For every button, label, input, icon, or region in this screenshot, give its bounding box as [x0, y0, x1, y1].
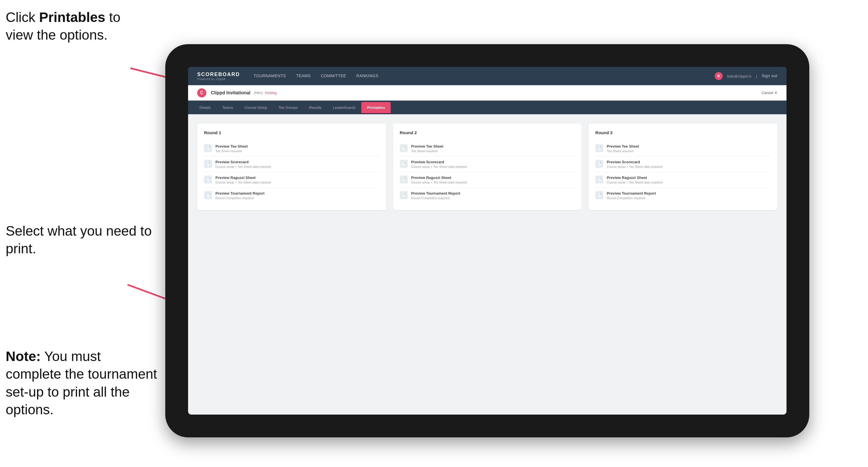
- scorecard-icon: 📄: [204, 160, 212, 168]
- tab-results[interactable]: Results: [304, 102, 327, 113]
- instruction-top-bold: Printables: [39, 10, 105, 25]
- tee-sheet-r3-label: Preview Tee Sheet: [607, 144, 639, 149]
- tournament-report-r2-sub: Round Completion required: [411, 196, 460, 200]
- tee-sheet-r2-sub: Tee Sheet required: [411, 149, 443, 153]
- raguzzi-label: Preview Raguzzi Sheet: [215, 176, 271, 180]
- tee-sheet-r2-label: Preview Tee Sheet: [411, 144, 443, 149]
- tournament-report-icon: 📄: [204, 191, 212, 199]
- tournament-report-r2-icon: 📄: [400, 191, 408, 199]
- instruction-bottom-bold: Note:: [6, 349, 41, 364]
- nav-separator: |: [756, 74, 757, 79]
- raguzzi-r2-icon: 📄: [400, 176, 408, 184]
- tee-sheet-label: Preview Tee Sheet: [215, 144, 248, 149]
- sub-header-logo: C: [197, 88, 206, 97]
- round-2-raguzzi[interactable]: 📄 Preview Raguzzi Sheet Course setup + T…: [400, 172, 575, 188]
- tournament-status: Hosting: [265, 91, 277, 95]
- instruction-bottom: Note: You must complete the tournament s…: [6, 348, 160, 419]
- tee-sheet-r3-sub: Tee Sheet required: [607, 149, 639, 153]
- tablet-screen: SCOREBOARD Powered by clippd TOURNAMENTS…: [188, 67, 786, 414]
- round-1-scorecard[interactable]: 📄 Preview Scorecard Course setup + Tee S…: [204, 156, 379, 172]
- tabs-bar: Details Teams Course Setup Tee Groups Re…: [188, 101, 786, 114]
- tab-teams[interactable]: Teams: [217, 102, 239, 113]
- tee-sheet-icon: 📄: [204, 144, 212, 152]
- nav-link-teams[interactable]: TEAMS: [296, 73, 311, 79]
- scorecard-r2-sub: Course setup + Tee Sheet data required: [411, 165, 467, 168]
- tournament-report-r3-label: Preview Tournament Report: [607, 191, 656, 195]
- round-2-section: Round 2 📄 Preview Tee Sheet Tee Sheet re…: [393, 123, 582, 210]
- raguzzi-r2-sub: Course setup + Tee Sheet data required: [411, 181, 467, 184]
- round-2-tee-sheet[interactable]: 📄 Preview Tee Sheet Tee Sheet required: [400, 141, 575, 156]
- round-3-raguzzi[interactable]: 📄 Preview Raguzzi Sheet Course setup + T…: [595, 172, 771, 188]
- nav-user: B blair@clippd.io | Sign out: [715, 72, 777, 80]
- round-2-tournament-report[interactable]: 📄 Preview Tournament Report Round Comple…: [400, 188, 575, 203]
- nav-link-committee[interactable]: COMMITTEE: [321, 73, 346, 79]
- round-1-tournament-report[interactable]: 📄 Preview Tournament Report Round Comple…: [204, 188, 379, 203]
- tournament-name: Clippd Invitational: [211, 90, 250, 95]
- round-3-title: Round 3: [595, 130, 771, 135]
- tab-printables[interactable]: Printables: [361, 102, 391, 113]
- sub-header: C Clippd Invitational (Men) Hosting Canc…: [188, 85, 786, 101]
- scorecard-sub: Course setup + Tee Sheet data required: [215, 165, 271, 168]
- nav-link-tournaments[interactable]: TOURNAMENTS: [254, 73, 286, 79]
- tab-details[interactable]: Details: [194, 102, 217, 113]
- nav-logo-title: SCOREBOARD: [197, 71, 240, 77]
- raguzzi-r3-icon: 📄: [595, 176, 603, 184]
- nav-links: TOURNAMENTS TEAMS COMMITTEE RANKINGS: [254, 73, 715, 79]
- scorecard-r3-label: Preview Scorecard: [607, 160, 662, 164]
- round-2-title: Round 2: [400, 130, 575, 135]
- tablet: SCOREBOARD Powered by clippd TOURNAMENTS…: [165, 44, 809, 437]
- tee-sheet-r2-icon: 📄: [400, 144, 408, 152]
- tournament-report-sub: Round Completion required: [215, 196, 265, 200]
- tab-leaderboards[interactable]: Leaderboards: [327, 102, 361, 113]
- tee-sheet-sub: Tee Sheet required: [215, 149, 248, 153]
- tournament-report-label: Preview Tournament Report: [215, 191, 265, 195]
- round-3-tournament-report[interactable]: 📄 Preview Tournament Report Round Comple…: [595, 188, 771, 203]
- round-3-tee-sheet[interactable]: 📄 Preview Tee Sheet Tee Sheet required: [595, 141, 771, 156]
- raguzzi-icon: 📄: [204, 176, 212, 184]
- round-1-raguzzi[interactable]: 📄 Preview Raguzzi Sheet Course setup + T…: [204, 172, 379, 188]
- scorecard-r3-sub: Course setup + Tee Sheet data required: [607, 165, 662, 168]
- tournament-report-r3-sub: Round Completion required: [607, 196, 656, 200]
- instruction-middle: Select what you need to print.: [6, 222, 154, 258]
- scorecard-r2-label: Preview Scorecard: [411, 160, 467, 164]
- nav-logo: SCOREBOARD Powered by clippd: [197, 71, 240, 81]
- round-1-tee-sheet[interactable]: 📄 Preview Tee Sheet Tee Sheet required: [204, 141, 379, 156]
- main-content: Round 1 📄 Preview Tee Sheet Tee Sheet re…: [188, 114, 786, 414]
- tab-tee-groups[interactable]: Tee Groups: [273, 102, 304, 113]
- raguzzi-r3-sub: Course setup + Tee Sheet data required: [607, 181, 662, 184]
- round-2-scorecard[interactable]: 📄 Preview Scorecard Course setup + Tee S…: [400, 156, 575, 172]
- tab-course-setup[interactable]: Course Setup: [239, 102, 273, 113]
- round-1-section: Round 1 📄 Preview Tee Sheet Tee Sheet re…: [197, 123, 386, 210]
- tee-sheet-r3-icon: 📄: [595, 144, 603, 152]
- nav-email: blair@clippd.io: [727, 74, 751, 79]
- nav-avatar: B: [715, 72, 723, 80]
- raguzzi-r2-label: Preview Raguzzi Sheet: [411, 176, 467, 180]
- tournament-badge: (Men): [254, 91, 263, 95]
- scorecard-r3-icon: 📄: [595, 160, 603, 168]
- instruction-top: Click Printables to view the options.: [6, 8, 143, 44]
- rounds-grid: Round 1 📄 Preview Tee Sheet Tee Sheet re…: [197, 123, 777, 210]
- scorecard-r2-icon: 📄: [400, 160, 408, 168]
- tournament-report-r3-icon: 📄: [595, 191, 603, 199]
- nav-bar: SCOREBOARD Powered by clippd TOURNAMENTS…: [188, 67, 786, 85]
- raguzzi-sub: Course setup + Tee Sheet data required: [215, 181, 271, 184]
- round-1-title: Round 1: [204, 130, 379, 135]
- cancel-button[interactable]: Cancel ✕: [762, 91, 777, 95]
- nav-logo-sub: Powered by clippd: [197, 77, 240, 81]
- raguzzi-r3-label: Preview Raguzzi Sheet: [607, 176, 662, 180]
- instruction-top-prefix: Click: [6, 10, 39, 25]
- instruction-middle-text: Select what you need to print.: [6, 223, 152, 256]
- scorecard-label: Preview Scorecard: [215, 160, 271, 164]
- round-3-scorecard[interactable]: 📄 Preview Scorecard Course setup + Tee S…: [595, 156, 771, 172]
- nav-link-rankings[interactable]: RANKINGS: [356, 73, 378, 79]
- tournament-report-r2-label: Preview Tournament Report: [411, 191, 460, 195]
- round-3-section: Round 3 📄 Preview Tee Sheet Tee Sheet re…: [588, 123, 777, 210]
- sign-out-link[interactable]: Sign out: [762, 73, 777, 79]
